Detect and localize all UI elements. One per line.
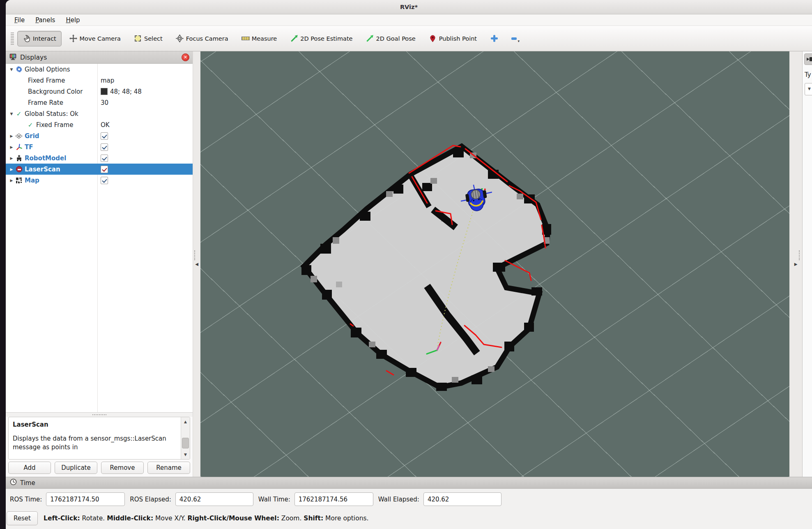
menu-item-help[interactable]: Help [61, 16, 84, 25]
laser-icon [15, 166, 23, 172]
3d-viewport[interactable] [200, 51, 789, 477]
enabled-checkbox[interactable] [101, 143, 108, 151]
enabled-checkbox[interactable] [101, 155, 108, 162]
scrollbar-track[interactable] [181, 426, 190, 450]
tree-row-map[interactable]: ▶Map [6, 175, 193, 186]
close-icon[interactable]: ✕ [182, 53, 189, 61]
expander-down-icon[interactable]: ▼ [8, 67, 15, 72]
tool-remove-minus-button[interactable]: ▾ [506, 31, 525, 46]
color-swatch[interactable] [101, 88, 108, 95]
tree-row-label: TF [23, 143, 33, 151]
add-button[interactable]: Add [8, 462, 51, 474]
rename-button[interactable]: Rename [147, 462, 190, 474]
tool-focus-camera-button[interactable]: Focus Camera [170, 31, 234, 46]
menu-bar: FilePanelsHelp [6, 14, 812, 26]
tree-row-background-color[interactable]: Background Color48; 48; 48 [6, 86, 193, 97]
collapse-left-icon[interactable]: ◀ [195, 262, 198, 266]
tree-row-value: 48; 48; 48 [101, 88, 142, 95]
views-type-dropdown[interactable]: ▼ [805, 83, 812, 95]
expander-right-icon[interactable]: ▶ [8, 134, 15, 138]
menu-item-file[interactable]: File [10, 16, 29, 25]
expander-down-icon[interactable]: ▼ [8, 112, 15, 116]
displays-panel-header[interactable]: Displays ✕ [6, 51, 193, 64]
wall-time-input[interactable]: 1762187174.56 [294, 492, 373, 506]
tree-row-fixed-frame[interactable]: Fixed Framemap [6, 75, 193, 86]
expander-right-icon[interactable]: ▶ [8, 178, 15, 182]
duplicate-button[interactable]: Duplicate [55, 462, 97, 474]
menu-item-panels[interactable]: Panels [31, 16, 60, 25]
tree-row-value: 30 [101, 99, 108, 106]
collapse-right-icon[interactable]: ▶ [794, 262, 798, 266]
toolbar-grip[interactable] [11, 32, 14, 46]
status-key-label: Right-Click/Mouse Wheel: [188, 515, 279, 522]
description-body: Displays the data from a sensor_msgs::La… [13, 434, 177, 451]
splitter-dots [799, 250, 800, 260]
tree-row-laserscan[interactable]: ▶LaserScan [6, 164, 193, 175]
tree-row-fixed-frame[interactable]: ✓Fixed FrameOK [6, 119, 193, 130]
robot-icon [15, 155, 23, 162]
horizontal-splitter[interactable] [6, 413, 193, 417]
reset-button[interactable]: Reset [7, 511, 38, 525]
tool-move-camera-button[interactable]: Move Camera [64, 31, 126, 46]
enabled-checkbox[interactable] [101, 132, 108, 140]
tree-row-label: Frame Rate [26, 99, 63, 106]
tree-row-global-status-ok[interactable]: ▼✓Global Status: Ok [6, 108, 193, 119]
tool-2d-goal-pose-button[interactable]: 2D Goal Pose [361, 31, 421, 46]
expander-right-icon[interactable]: ▶ [8, 145, 15, 149]
enabled-checkbox[interactable] [101, 177, 108, 184]
tool-publish-point-button[interactable]: Publish Point [423, 31, 482, 46]
clock-icon [10, 478, 17, 487]
tool-interact-button[interactable]: Interact [17, 31, 62, 46]
tree-row-grid[interactable]: ▶Grid [6, 130, 193, 141]
right-panel-splitter[interactable]: ▶ [789, 51, 802, 477]
expander-right-icon[interactable]: ▶ [8, 156, 15, 160]
tool-2d-pose-estimate-button[interactable]: 2D Pose Estimate [285, 31, 358, 46]
value-text[interactable]: 30 [101, 99, 108, 106]
tree-row-robotmodel[interactable]: ▶RobotModel [6, 152, 193, 164]
main-area: Displays ✕ ▼Global OptionsFixed Framemap… [6, 51, 812, 477]
tool-measure-button[interactable]: Measure [236, 31, 283, 46]
tool-button-label: Focus Camera [186, 35, 228, 42]
status-help-text: Left-Click: Rotate. Middle-Click: Move X… [44, 515, 368, 522]
scrollbar-thumb[interactable] [182, 438, 189, 448]
status-key-label: Middle-Click: [107, 515, 153, 522]
expander-right-icon[interactable]: ▶ [8, 167, 15, 171]
remove-button[interactable]: Remove [101, 462, 144, 474]
add-plus-icon [490, 35, 498, 43]
value-text[interactable]: map [101, 77, 114, 84]
status-action-text: Rotate. [80, 515, 107, 522]
tool-button-label: Select [144, 35, 163, 42]
displays-monitor-icon [9, 53, 17, 62]
ros-elapsed-input[interactable]: 420.62 [175, 492, 253, 506]
tree-row-value: OK [101, 121, 110, 129]
tool-button-label: Measure [252, 35, 277, 42]
left-panel-splitter[interactable]: ◀ [193, 51, 200, 477]
value-text: 48; 48; 48 [110, 88, 142, 95]
time-panel-title: Time [20, 479, 35, 487]
tree-row-label: RobotModel [23, 155, 66, 162]
tool-add-plus-button[interactable] [485, 31, 504, 46]
time-field: Wall Elapsed:420.62 [378, 492, 501, 506]
description-text: LaserScan Displays the data from a senso… [9, 417, 181, 459]
wall-elapsed-input[interactable]: 420.62 [423, 492, 501, 506]
tool-button-label: Move Camera [80, 35, 121, 42]
description-scrollbar[interactable]: ▲ ▼ [181, 417, 190, 459]
enabled-checkbox[interactable] [101, 166, 108, 173]
tree-row-label: LaserScan [23, 166, 60, 173]
move-camera-icon [69, 35, 78, 43]
tool-select-button[interactable]: Select [129, 31, 168, 46]
tool-button-label: Publish Point [439, 35, 477, 42]
time-panel-header[interactable]: Time [6, 477, 812, 489]
tree-row-global-options[interactable]: ▼Global Options [6, 64, 193, 75]
displays-panel-title: Displays [20, 54, 178, 61]
tree-row-label: Map [23, 177, 39, 184]
scroll-up-icon[interactable]: ▲ [181, 417, 190, 426]
tree-row-tf[interactable]: ▶TF [6, 141, 193, 152]
camera-icon[interactable] [804, 53, 812, 65]
ros-time-input[interactable]: 1762187174.50 [46, 492, 125, 506]
toolbar: InteractMove CameraSelectFocus CameraMea… [6, 26, 812, 51]
tree-row-frame-rate[interactable]: Frame Rate30 [6, 97, 193, 108]
scroll-down-icon[interactable]: ▼ [181, 450, 190, 459]
wall-elapsed-label: Wall Elapsed: [378, 496, 419, 503]
title-bar[interactable]: RViz* [6, 0, 812, 14]
